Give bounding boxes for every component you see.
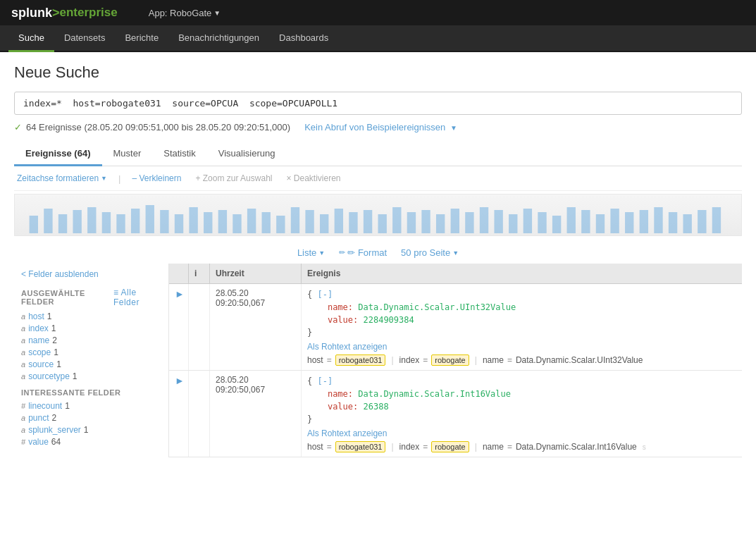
field-linecount: # linecount 1 (21, 401, 161, 411)
tag-host-val-1: robogate031 (335, 354, 386, 366)
tab-ereignisse[interactable]: Ereignisse (64) (14, 142, 102, 166)
svg-rect-0 (30, 216, 38, 233)
pencil-icon: ✏ (339, 248, 345, 257)
tag-host-val-2: robogate031 (335, 441, 386, 452)
svg-rect-13 (218, 210, 227, 233)
svg-rect-41 (625, 212, 633, 233)
field-name-sourcetype[interactable]: sourcetype (28, 371, 70, 381)
svg-rect-17 (276, 216, 285, 233)
toolbar: Zeitachse formatieren ▼ | – Verkleinern … (14, 166, 742, 191)
page-title: Neue Suche (14, 63, 742, 82)
svg-rect-22 (349, 212, 357, 233)
table-row: ► 28.05.20 09:20:50,067 { [-] name: Data… (169, 284, 742, 371)
svg-rect-27 (421, 210, 430, 233)
svg-rect-29 (451, 209, 459, 233)
tabs-bar: Ereignisse (64) Muster Statistik Visuali… (14, 142, 742, 166)
all-fields-btn[interactable]: ≡ Alle Felder (113, 288, 161, 307)
svg-rect-34 (523, 209, 532, 233)
sidebar: Felder ausblenden AUSGEWÄHLTE FELDER ≡ A… (14, 264, 169, 457)
raw-text-link-1[interactable]: Als Rohtext anzeigen (307, 342, 387, 352)
app-dropdown-arrow[interactable]: ▼ (213, 9, 221, 17)
svg-rect-7 (131, 209, 140, 233)
field-name: a name 2 (21, 335, 161, 345)
svg-rect-14 (233, 214, 241, 233)
results-area: i Uhrzeit Ereignis ► 28.05.20 09:20:50,0… (169, 264, 742, 457)
tag-name-val-2: Data.Dynamic.Scalar.Int16Value (516, 442, 637, 452)
top-bar: splunk>enterprise App: RoboGate ▼ (0, 0, 756, 25)
field-name-linecount[interactable]: linecount (28, 401, 62, 411)
svg-rect-26 (407, 212, 416, 233)
main-nav: Suche Datensets Berichte Benachrichtigun… (0, 25, 756, 52)
nav-dashboards[interactable]: Dashboards (269, 25, 338, 52)
format-btn[interactable]: ✏ ✏ Format (335, 246, 391, 259)
field-splunk-server: a splunk_server 1 (21, 425, 161, 435)
expand-cell-2[interactable]: ► (169, 371, 189, 457)
field-value: # value 64 (21, 437, 161, 447)
th-i: i (189, 264, 210, 283)
search-input[interactable] (14, 92, 742, 115)
tag-name-val-1: Data.Dynamic.Scalar.UInt32Value (516, 355, 643, 365)
timeline-chart (15, 195, 741, 237)
svg-rect-16 (262, 212, 271, 233)
sample-events-dropdown[interactable]: Kein Abruf von Beispielereignissen ▼ (304, 122, 457, 132)
svg-rect-30 (465, 212, 473, 233)
liste-btn[interactable]: Liste ▼ (293, 246, 329, 259)
verkleinern-btn[interactable]: – Verkleinern (129, 172, 184, 185)
th-ereignis: Ereignis (302, 264, 742, 283)
svg-rect-8 (146, 205, 154, 233)
expand-arrow-icon[interactable]: ► (175, 288, 185, 300)
time-cell-2: 28.05.20 09:20:50,067 (210, 371, 302, 457)
field-name-source[interactable]: source (28, 359, 54, 369)
field-name-splunk-server[interactable]: splunk_server (28, 425, 81, 435)
svg-rect-23 (364, 210, 372, 233)
pro-seite-btn[interactable]: 50 pro Seite ▼ (397, 246, 463, 259)
app-name-label[interactable]: App: RoboGate (149, 8, 212, 18)
hide-fields-btn[interactable]: Felder ausblenden (21, 269, 161, 279)
th-uhrzeit: Uhrzeit (210, 264, 302, 283)
event-content-1: { [-] name: Data.Dynamic.Scalar.UInt32Va… (302, 284, 742, 370)
svg-rect-37 (567, 207, 576, 233)
svg-rect-4 (87, 207, 96, 233)
timeline-area (14, 194, 742, 236)
svg-rect-15 (247, 209, 256, 233)
raw-text-link-2[interactable]: Als Rohtext anzeigen (307, 428, 387, 438)
interesting-fields-title: INTERESSANTE FELDER (21, 388, 161, 397)
field-name-host[interactable]: host (28, 311, 44, 321)
deaktivieren-btn[interactable]: × Deaktivieren (283, 172, 343, 185)
svg-rect-42 (640, 210, 648, 233)
json-collapse-btn-1[interactable]: [-] (317, 290, 333, 300)
svg-rect-47 (712, 207, 721, 233)
svg-rect-3 (73, 210, 81, 233)
nav-suche[interactable]: Suche (8, 25, 54, 52)
svg-rect-39 (596, 214, 605, 233)
tab-muster[interactable]: Muster (102, 142, 153, 166)
nav-benachrichtigungen[interactable]: Benachrichtigungen (168, 25, 269, 52)
info-cell-1 (189, 284, 210, 370)
main-layout: Felder ausblenden AUSGEWÄHLTE FELDER ≡ A… (14, 264, 742, 457)
svg-rect-45 (683, 214, 692, 233)
svg-rect-20 (320, 214, 328, 233)
nav-berichte[interactable]: Berichte (115, 25, 168, 52)
field-name-punct[interactable]: punct (28, 413, 49, 423)
th-expand (169, 264, 189, 283)
tag-index-val-2: robogate (431, 441, 469, 452)
table-header: i Uhrzeit Ereignis (169, 264, 742, 284)
svg-rect-40 (610, 209, 619, 233)
json-collapse-btn-2[interactable]: [-] (317, 376, 333, 386)
tab-statistik[interactable]: Statistik (152, 142, 207, 166)
tab-visualisierung[interactable]: Visualisierung (207, 142, 287, 166)
svg-rect-28 (436, 214, 445, 233)
expand-arrow-icon[interactable]: ► (175, 375, 185, 386)
field-name-scope[interactable]: scope (28, 347, 51, 357)
field-name-index[interactable]: index (28, 323, 49, 333)
zoom-auswahl-btn[interactable]: + Zoom zur Auswahl (192, 172, 275, 185)
check-icon: ✓ (14, 122, 22, 132)
field-name-value[interactable]: value (28, 437, 49, 447)
svg-rect-18 (291, 207, 299, 233)
expand-cell-1[interactable]: ► (169, 284, 189, 370)
zeitachse-formatieren-btn[interactable]: Zeitachse formatieren ▼ (14, 172, 110, 185)
nav-datensets[interactable]: Datensets (54, 25, 116, 52)
svg-rect-11 (189, 207, 197, 233)
field-scope: a scope 1 (21, 347, 161, 357)
field-name-name[interactable]: name (28, 335, 49, 345)
